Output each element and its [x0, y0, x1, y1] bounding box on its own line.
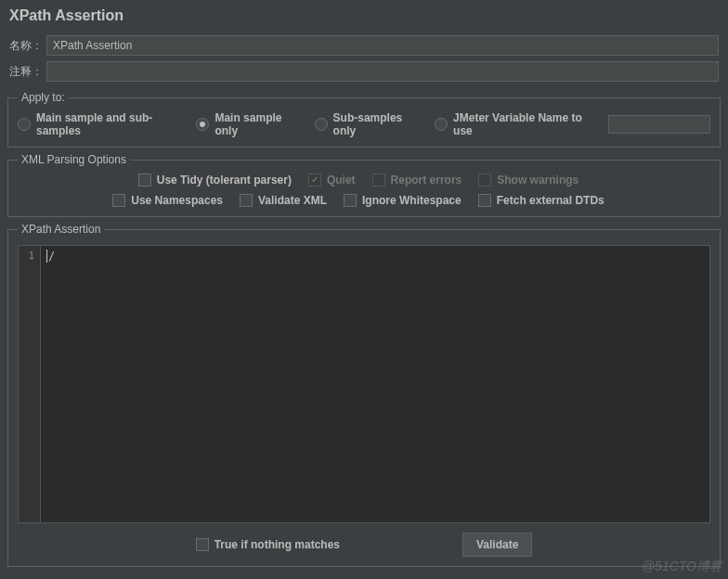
xpath-assertion-fieldset: XPath Assertion 1 / True if nothing matc…	[7, 223, 721, 567]
watermark: @51CTO博客	[642, 559, 722, 575]
checkbox-validate-xml[interactable]	[240, 194, 253, 207]
radio-main-only-label: Main sample only	[214, 111, 297, 137]
page-title: XPath Assertion	[0, 0, 728, 33]
checkbox-validate-xml-label: Validate XML	[258, 194, 327, 207]
comment-input[interactable]	[46, 61, 719, 82]
code-text[interactable]: /	[41, 246, 709, 522]
name-row: 名称：	[0, 33, 728, 59]
checkbox-fetch-external-dtds-label: Fetch external DTDs	[497, 194, 604, 207]
checkbox-use-namespaces[interactable]	[112, 194, 125, 207]
name-input[interactable]	[46, 35, 719, 56]
line-number: 1	[19, 250, 34, 262]
checkbox-ignore-whitespace-label: Ignore Whitespace	[362, 194, 462, 207]
checkbox-report-errors	[372, 174, 385, 187]
radio-sub-only-label: Sub-samples only	[333, 111, 418, 137]
apply-to-fieldset: Apply to: Main sample and sub-samples Ma…	[7, 91, 721, 148]
comment-row: 注释：	[0, 59, 728, 85]
name-label: 名称：	[9, 38, 46, 54]
radio-sub-only[interactable]	[315, 118, 328, 131]
comment-label: 注释：	[9, 64, 46, 80]
checkbox-use-tidy-label: Use Tidy (tolerant parser)	[157, 174, 292, 187]
radio-main-only[interactable]	[196, 118, 209, 131]
validate-button[interactable]: Validate	[462, 533, 532, 557]
code-content: /	[46, 250, 55, 263]
radio-jmeter-variable[interactable]	[435, 118, 448, 131]
checkbox-quiet	[308, 174, 321, 187]
xml-parsing-legend: XML Parsing Options	[18, 153, 130, 166]
checkbox-quiet-label: Quiet	[327, 174, 356, 187]
radio-main-and-sub[interactable]	[18, 118, 31, 131]
radio-jmeter-variable-label: JMeter Variable Name to use	[453, 111, 588, 137]
checkbox-ignore-whitespace[interactable]	[344, 194, 357, 207]
checkbox-fetch-external-dtds[interactable]	[478, 194, 491, 207]
radio-main-and-sub-label: Main sample and sub-samples	[36, 111, 179, 137]
checkbox-true-if-nothing[interactable]	[196, 538, 209, 551]
jmeter-variable-input[interactable]	[608, 115, 710, 134]
checkbox-use-namespaces-label: Use Namespaces	[131, 194, 223, 207]
xpath-code-area[interactable]: 1 /	[18, 245, 710, 523]
checkbox-report-errors-label: Report errors	[391, 174, 462, 187]
checkbox-show-warnings-label: Show warnings	[497, 174, 578, 187]
apply-to-legend: Apply to:	[18, 91, 69, 104]
xml-parsing-fieldset: XML Parsing Options Use Tidy (tolerant p…	[7, 153, 721, 217]
checkbox-show-warnings	[478, 174, 491, 187]
code-gutter: 1	[19, 246, 41, 522]
xpath-assertion-legend: XPath Assertion	[18, 223, 104, 236]
checkbox-true-if-nothing-label: True if nothing matches	[214, 538, 340, 551]
checkbox-use-tidy[interactable]	[138, 174, 151, 187]
